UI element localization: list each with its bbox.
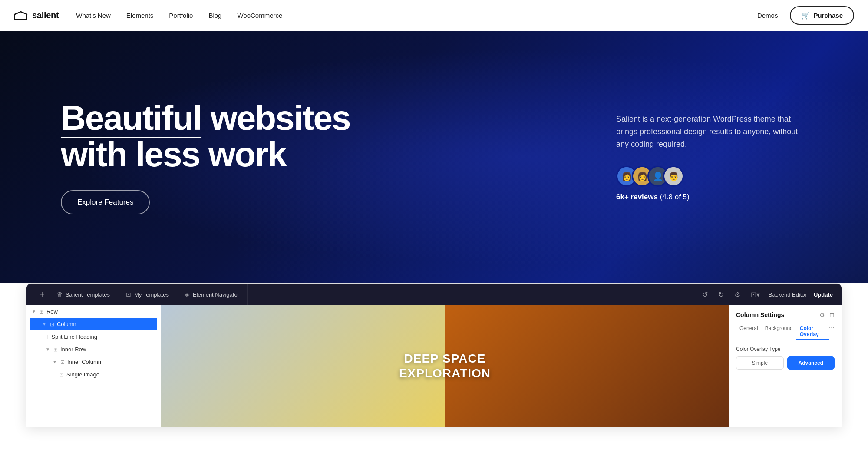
settings-expand-icon[interactable]: ⊡	[829, 311, 835, 318]
reviews-count: 6k+ reviews	[616, 193, 658, 201]
row-chevron: ▼	[32, 309, 36, 314]
tree-item-inner-row[interactable]: ▼ ⊞ Inner Row	[26, 343, 161, 356]
salient-templates-tab[interactable]: ♛ Salient Templates	[49, 284, 118, 305]
settings-gear-icon[interactable]: ⚙	[819, 311, 825, 318]
settings-title-text: Column Settings	[736, 311, 784, 318]
nav-link-portfolio[interactable]: Portfolio	[169, 12, 193, 19]
inner-row-icon: ⊞	[53, 346, 58, 353]
inner-column-chevron: ▼	[53, 360, 57, 364]
type-advanced-button[interactable]: Advanced	[787, 356, 835, 370]
element-navigator-icon: ◈	[185, 291, 190, 298]
nav-link-woocommerce[interactable]: WooCommerce	[237, 12, 282, 19]
tab-general[interactable]: General	[736, 323, 762, 340]
hero-headline-line2: with less work	[61, 135, 286, 174]
column-label: Column	[57, 321, 76, 327]
tree-panel: ▼ ⊞ Row ▼ ⊡ Column T Split Line Heading	[26, 305, 161, 427]
cart-icon: 🛒	[801, 11, 810, 20]
my-templates-icon: ⊡	[126, 291, 131, 298]
undo-button[interactable]: ↺	[700, 290, 710, 299]
editor-toolbar: + ♛ Salient Templates ⊡ My Templates ◈ E…	[26, 284, 842, 305]
canvas-placeholder: DEEP SPACE EXPLORATION	[161, 305, 729, 427]
backend-editor-button[interactable]: Backend Editor	[769, 291, 807, 298]
tree-item-single-image[interactable]: ⊡ Single Image	[26, 368, 161, 381]
settings-tabs: General Background Color Overlay ···	[736, 323, 835, 340]
single-image-label: Single Image	[66, 371, 99, 378]
tab-color-overlay[interactable]: Color Overlay	[796, 323, 829, 340]
canvas-center-text: DEEP SPACE EXPLORATION	[399, 351, 491, 380]
navbar: salient What's New Elements Portfolio Bl…	[0, 0, 868, 31]
hero-content: Beautiful websites with less work Explor…	[61, 100, 350, 214]
inner-column-icon: ⊡	[60, 359, 65, 365]
redo-button[interactable]: ↻	[716, 290, 726, 299]
tab-more-button[interactable]: ···	[829, 323, 835, 340]
column-icon: ⊡	[50, 321, 54, 327]
color-overlay-type-label: Color Overlay Type	[736, 346, 835, 352]
hero-description: Salient is a next-generation WordPress t…	[616, 113, 807, 150]
settings-title: Column Settings ⚙ ⊡	[736, 311, 835, 318]
purchase-button[interactable]: 🛒 Purchase	[790, 6, 854, 25]
column-chevron: ▼	[42, 322, 46, 327]
avatar-4: 👨	[663, 166, 684, 187]
tree-item-inner-column[interactable]: ▼ ⊡ Inner Column	[26, 356, 161, 368]
my-templates-tab[interactable]: ⊡ My Templates	[118, 284, 177, 305]
inner-column-label: Inner Column	[67, 359, 101, 365]
reviews-text: 6k+ reviews (4.8 of 5)	[616, 193, 807, 201]
tab-background[interactable]: Background	[762, 323, 796, 340]
nav-link-blog[interactable]: Blog	[208, 12, 221, 19]
settings-panel: Column Settings ⚙ ⊡ General Background C…	[729, 305, 842, 427]
avatar-group: 👩 👩 👤 👨	[616, 166, 807, 187]
logo-icon	[14, 11, 28, 20]
responsive-button[interactable]: ⊡▾	[749, 290, 762, 299]
type-simple-button[interactable]: Simple	[736, 356, 784, 370]
single-image-icon: ⊡	[59, 372, 64, 378]
settings-button[interactable]: ⚙	[733, 290, 742, 299]
tree-item-column[interactable]: ▼ ⊡ Column	[30, 318, 157, 330]
nav-right: Demos 🛒 Purchase	[757, 6, 854, 25]
nav-left: salient What's New Elements Portfolio Bl…	[14, 10, 282, 20]
nav-link-whats-new[interactable]: What's New	[76, 12, 111, 19]
tree-item-split-line-heading[interactable]: T Split Line Heading	[26, 330, 161, 343]
my-templates-label: My Templates	[134, 291, 169, 298]
element-navigator-label: Element Navigator	[193, 291, 239, 298]
logo[interactable]: salient	[14, 10, 59, 20]
inner-row-label: Inner Row	[60, 346, 86, 353]
hero-headline-websites: websites	[201, 99, 350, 137]
salient-templates-icon: ♛	[57, 291, 63, 298]
hero-right: Salient is a next-generation WordPress t…	[616, 113, 807, 201]
reviews-rating: (4.8 of 5)	[660, 193, 690, 201]
split-line-heading-label: Split Line Heading	[51, 333, 97, 340]
update-button[interactable]: Update	[814, 291, 833, 298]
row-icon: ⊞	[40, 309, 44, 315]
editor-body: ▼ ⊞ Row ▼ ⊡ Column T Split Line Heading	[26, 305, 842, 427]
element-navigator-tab[interactable]: ◈ Element Navigator	[177, 284, 248, 305]
add-element-button[interactable]: +	[35, 284, 49, 305]
hero-section: Beautiful websites with less work Explor…	[0, 31, 868, 283]
logo-text: salient	[32, 10, 59, 20]
split-line-heading-icon: T	[46, 334, 49, 340]
hero-headline-beautiful: Beautiful	[61, 100, 201, 136]
nav-links: What's New Elements Portfolio Blog WooCo…	[76, 12, 282, 19]
nav-link-elements[interactable]: Elements	[126, 12, 154, 19]
editor-wrapper: + ♛ Salient Templates ⊡ My Templates ◈ E…	[26, 283, 842, 427]
settings-title-icons: ⚙ ⊡	[819, 311, 835, 318]
row-label: Row	[46, 308, 58, 315]
purchase-label: Purchase	[813, 12, 843, 19]
tree-item-row[interactable]: ▼ ⊞ Row	[26, 305, 161, 318]
explore-features-button[interactable]: Explore Features	[61, 190, 150, 214]
demos-link[interactable]: Demos	[757, 12, 778, 19]
canvas-text-line2: EXPLORATION	[399, 366, 491, 380]
hero-headline: Beautiful websites with less work	[61, 100, 350, 173]
editor-preview: + ♛ Salient Templates ⊡ My Templates ◈ E…	[0, 283, 868, 427]
canvas-text-line1: DEEP SPACE	[404, 352, 486, 365]
color-overlay-type-options: Simple Advanced	[736, 356, 835, 370]
inner-row-chevron: ▼	[46, 347, 50, 352]
salient-templates-label: Salient Templates	[66, 291, 110, 298]
toolbar-right: ↺ ↻ ⚙ ⊡▾ Backend Editor Update	[700, 290, 833, 299]
canvas-area: DEEP SPACE EXPLORATION	[161, 305, 729, 427]
